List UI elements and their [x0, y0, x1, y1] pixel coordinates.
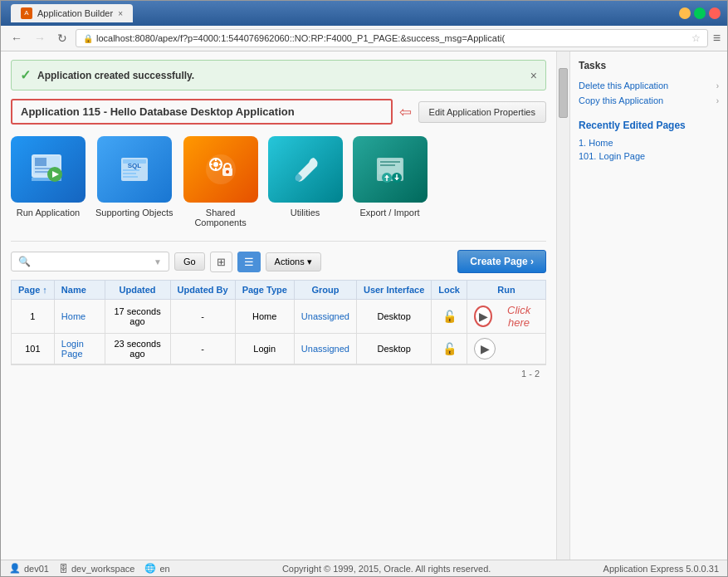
- page-home-link[interactable]: Home: [61, 311, 86, 321]
- workspace-name: dev_workspace: [71, 564, 134, 574]
- export-import-icon-item[interactable]: Export / Import: [353, 136, 428, 227]
- list-view-button[interactable]: ☰: [237, 252, 261, 272]
- col-user-interface[interactable]: User Interface: [356, 281, 431, 300]
- recently-edited-section: Recently Edited Pages 1. Home 101. Login…: [579, 120, 719, 163]
- table-controls: 🔍 ▼ Go ⊞ ☰ Actions ▾ Create Page ›: [11, 241, 546, 273]
- col-updated-by[interactable]: Updated By: [170, 281, 235, 300]
- run-button-home[interactable]: ▶: [474, 306, 492, 327]
- banner-close-button[interactable]: ×: [530, 69, 537, 82]
- browser-menu-icon[interactable]: ≡: [713, 31, 721, 46]
- col-name[interactable]: Name: [54, 281, 105, 300]
- icons-grid: Run Application SQL Suppo: [11, 136, 546, 227]
- col-page-type[interactable]: Page Type: [235, 281, 294, 300]
- cell-updated-by: -: [170, 300, 235, 334]
- export-import-svg: [370, 149, 410, 189]
- run-application-icon-box: [11, 136, 86, 203]
- export-import-icon-box: [353, 136, 428, 203]
- content-area: ✓ Application created successfully. × Ap…: [1, 51, 556, 560]
- actions-chevron: ▾: [307, 257, 312, 267]
- tab-bar: A Application Builder ×: [11, 4, 133, 22]
- success-banner: ✓ Application created successfully. ×: [11, 60, 546, 90]
- tab-close-btn[interactable]: ×: [118, 9, 123, 18]
- workspace-status: 🗄 dev_workspace: [59, 564, 134, 574]
- tasks-section: Tasks Delete this Application › Copy thi…: [579, 60, 719, 108]
- reload-button[interactable]: ↻: [54, 30, 71, 46]
- sidebar-page-home-link[interactable]: 1. Home: [579, 136, 719, 149]
- tab-icon: A: [21, 7, 32, 19]
- search-box[interactable]: 🔍 ▼: [11, 252, 169, 271]
- language-status: 🌐 en: [144, 563, 169, 574]
- delete-application-link[interactable]: Delete this Application ›: [579, 78, 719, 93]
- cell-updated: 23 seconds ago: [105, 334, 170, 364]
- edited-pages-text: Edited Pages: [623, 120, 685, 131]
- svg-rect-11: [123, 169, 139, 171]
- col-run[interactable]: Run: [467, 281, 546, 300]
- sidebar: Tasks Delete this Application › Copy thi…: [569, 51, 727, 560]
- cell-run: ▶ Click here: [467, 300, 546, 334]
- col-updated[interactable]: Updated: [105, 281, 170, 300]
- workspace-icon: 🗄: [59, 564, 68, 574]
- cell-lock: 🔓: [432, 300, 467, 334]
- search-input[interactable]: [34, 257, 150, 266]
- cell-page-type: Login: [235, 334, 294, 364]
- delete-link-text: Delete this Application: [579, 81, 668, 90]
- utilities-icon-item[interactable]: Utilities: [268, 136, 343, 227]
- chevron-down-icon: ▼: [154, 257, 162, 266]
- shared-components-label: SharedComponents: [194, 208, 246, 227]
- user-status: 👤 dev01: [9, 563, 49, 574]
- username: dev01: [24, 564, 49, 574]
- export-import-label: Export / Import: [359, 208, 419, 218]
- app-title-bar: Application 115 - Hello Database Desktop…: [11, 99, 546, 125]
- shared-components-icon-box: [183, 136, 258, 203]
- col-group[interactable]: Group: [294, 281, 356, 300]
- svg-rect-20: [219, 164, 222, 165]
- user-icon: 👤: [9, 563, 21, 574]
- cell-page: 101: [12, 334, 55, 364]
- run-button-login[interactable]: ▶: [474, 338, 496, 359]
- svg-point-22: [226, 170, 229, 174]
- cell-updated-by: -: [170, 334, 235, 364]
- create-page-button[interactable]: Create Page ›: [457, 250, 546, 273]
- cell-group: Unassigned: [294, 300, 356, 334]
- svg-point-16: [213, 162, 218, 167]
- svg-rect-26: [380, 161, 400, 163]
- run-application-icon-item[interactable]: Run Application: [11, 136, 86, 227]
- sidebar-page-login-link[interactable]: 101. Login Page: [579, 149, 719, 163]
- cell-updated: 17 seconds ago: [105, 300, 170, 334]
- supporting-objects-label: Supporting Objects: [95, 208, 173, 218]
- minimize-button[interactable]: [679, 7, 691, 19]
- cell-run: ▶: [467, 334, 546, 364]
- actions-button[interactable]: Actions ▾: [266, 252, 321, 271]
- edit-properties-button[interactable]: Edit Application Properties: [418, 101, 546, 123]
- cell-lock: 🔓: [432, 334, 467, 364]
- grid-view-button[interactable]: ⊞: [210, 252, 232, 272]
- go-button[interactable]: Go: [174, 252, 205, 271]
- forward-button[interactable]: →: [31, 30, 49, 46]
- success-message: Application created successfully.: [37, 70, 524, 81]
- scrollbar[interactable]: [556, 51, 569, 560]
- search-icon: 🔍: [18, 256, 31, 267]
- cell-user-interface: Desktop: [356, 300, 431, 334]
- svg-rect-12: [123, 173, 136, 174]
- language-icon: 🌐: [144, 563, 156, 574]
- supporting-objects-icon-item[interactable]: SQL Supporting Objects: [95, 136, 173, 227]
- address-bar[interactable]: 🔒 localhost:8080/apex/f?p=4000:1:5440769…: [76, 29, 708, 47]
- recently-edited-title: Recently Edited Pages: [579, 120, 719, 131]
- svg-rect-17: [215, 158, 217, 161]
- maximize-button[interactable]: [694, 7, 706, 19]
- col-page[interactable]: Page ↑: [12, 281, 55, 300]
- copy-application-link[interactable]: Copy this Application ›: [579, 93, 719, 108]
- active-tab[interactable]: A Application Builder ×: [11, 4, 133, 22]
- back-button[interactable]: ←: [7, 30, 26, 46]
- shared-components-icon-item[interactable]: SharedComponents: [183, 136, 258, 227]
- svg-text:SQL: SQL: [128, 162, 142, 169]
- unassigned-badge: Unassigned: [301, 344, 349, 354]
- cell-page-type: Home: [235, 300, 294, 334]
- scroll-thumb[interactable]: [559, 68, 568, 118]
- delete-arrow-icon: ›: [716, 81, 719, 90]
- col-lock[interactable]: Lock: [432, 281, 467, 300]
- cell-name: Login Page: [54, 334, 105, 364]
- app-window: A Application Builder × ← → ↻ 🔒 localhos…: [0, 0, 728, 577]
- page-login-link[interactable]: Login Page: [61, 339, 84, 359]
- close-button[interactable]: [709, 7, 721, 19]
